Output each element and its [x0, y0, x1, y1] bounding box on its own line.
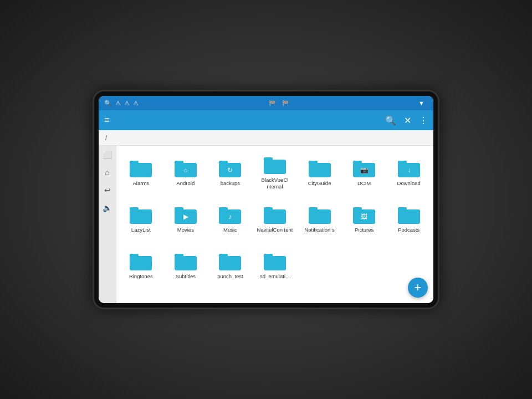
svg-text:▶: ▶ [183, 213, 188, 221]
status-flag-icon: 🏁 [269, 100, 275, 106]
folder-icon [263, 252, 287, 272]
svg-rect-1 [130, 163, 152, 177]
wifi-icon: ▼ [418, 100, 424, 106]
file-grid: Alarms⌂Android↻backupsBlackVueCl nternal… [116, 146, 433, 303]
screen: 🔍 ⚠ ⚠ ⚠ 🏁 🏁 ▼ ≡ [99, 96, 433, 303]
folder-icon [129, 158, 153, 178]
folder-label: Android [176, 180, 195, 186]
breadcrumb-slash: / [105, 134, 107, 142]
sidebar: ⬜ ⌂ ↩ 🔈 [99, 146, 116, 303]
folder-item[interactable]: Alarms [120, 150, 162, 195]
svg-rect-11 [309, 163, 331, 177]
folder-item[interactable]: NavitelCon tent [254, 197, 296, 241]
folder-item[interactable]: ↻backups [209, 150, 252, 195]
svg-text:📷: 📷 [360, 166, 369, 174]
folder-label: Download [397, 180, 421, 186]
folder-label: NavitelCon tent [257, 227, 293, 233]
folder-icon: ⌂ [173, 158, 198, 178]
svg-rect-38 [175, 256, 197, 270]
back-icon[interactable]: ↩ [104, 186, 111, 195]
folder-icon [263, 205, 287, 225]
folder-item[interactable]: ⌂Android [165, 150, 207, 195]
main-area: ⬜ ⌂ ↩ 🔈 Alarms⌂Android↻backupsBlackVueCl… [99, 146, 433, 303]
volume-icon[interactable]: 🔈 [103, 203, 112, 212]
folder-label: Music [223, 227, 237, 233]
folder-item[interactable]: CityGuide [298, 150, 341, 195]
folder-icon: 📷 [352, 158, 376, 178]
search-button-icon[interactable]: 🔍 [385, 115, 396, 126]
folder-label: sd_emulati... [260, 273, 290, 279]
folder-icon: ♪ [218, 205, 242, 225]
folder-item[interactable]: Podcasts [387, 197, 430, 241]
svg-rect-9 [264, 160, 286, 174]
more-options-icon[interactable]: ⋮ [419, 115, 428, 126]
folder-label: punch_test [217, 273, 243, 279]
folder-item[interactable]: 🖼Pictures [343, 197, 386, 241]
svg-rect-36 [130, 256, 152, 270]
status-right: ▼ [418, 100, 428, 106]
folder-label: LazyList [131, 227, 151, 233]
hamburger-menu-icon[interactable]: ≡ [104, 115, 109, 125]
svg-rect-34 [398, 209, 420, 224]
folder-label: Podcasts [398, 227, 420, 233]
folder-label: Ringtones [129, 273, 153, 279]
folder-item[interactable]: punch_test [209, 243, 252, 288]
title-bar-right: 🔍 ✕ ⋮ [385, 115, 428, 126]
fab-add-button[interactable]: + [408, 278, 428, 298]
folder-label: CityGuide [308, 180, 331, 186]
folder-icon [308, 158, 332, 178]
svg-rect-27 [264, 209, 286, 224]
folder-item[interactable]: ▶Movies [165, 197, 207, 241]
folder-label: BlackVueCl nternal [255, 177, 295, 190]
status-bar: 🔍 ⚠ ⚠ ⚠ 🏁 🏁 ▼ [99, 96, 433, 110]
svg-rect-42 [264, 256, 286, 270]
folder-icon [397, 205, 421, 225]
warning-icon-2: ⚠ [124, 100, 130, 107]
home-icon[interactable]: ⌂ [105, 168, 109, 177]
warning-icon-1: ⚠ [115, 100, 121, 107]
folder-label: backups [221, 180, 240, 186]
folder-icon [308, 205, 332, 225]
svg-text:⌂: ⌂ [183, 166, 187, 174]
status-icons: 🔍 ⚠ ⚠ ⚠ [104, 100, 139, 107]
folder-label: DCIM [357, 180, 371, 186]
folder-icon: ↓ [397, 158, 421, 178]
folder-item[interactable]: 📷DCIM [343, 150, 386, 195]
breadcrumb: / [99, 130, 433, 146]
folder-label: Notification s [304, 227, 334, 233]
folder-item[interactable]: ♪Music [209, 197, 252, 241]
folder-icon [218, 252, 242, 272]
warning-icon-3: ⚠ [133, 100, 139, 107]
folder-icon [129, 205, 153, 225]
folder-icon: ↻ [218, 158, 242, 178]
search-status-icon: 🔍 [104, 100, 112, 107]
svg-text:↻: ↻ [227, 166, 233, 174]
svg-rect-19 [130, 209, 152, 224]
folder-item[interactable]: Notification s [298, 197, 341, 241]
title-bar-left: ≡ [104, 115, 114, 125]
status-center: 🏁 🏁 [269, 100, 289, 106]
tablet-icon[interactable]: ⬜ [103, 150, 112, 159]
folder-icon [173, 252, 198, 272]
folder-item[interactable]: Ringtones [120, 243, 162, 288]
folder-icon [263, 155, 287, 175]
folder-label: Movies [177, 227, 194, 233]
folder-item[interactable]: BlackVueCl nternal [254, 150, 296, 195]
close-button-icon[interactable]: ✕ [404, 115, 411, 126]
folder-label: Subtitles [176, 273, 196, 279]
svg-text:♪: ♪ [228, 213, 232, 221]
svg-rect-40 [219, 256, 241, 270]
svg-rect-29 [309, 209, 331, 224]
folder-label: Pictures [355, 227, 374, 233]
title-bar: ≡ 🔍 ✕ ⋮ [99, 110, 433, 130]
folder-item[interactable]: Subtitles [165, 243, 207, 288]
folder-label: Alarms [133, 180, 150, 186]
folder-icon: ▶ [173, 205, 198, 225]
car-frame: 🔍 ⚠ ⚠ ⚠ 🏁 🏁 ▼ ≡ [0, 0, 532, 399]
folder-item[interactable]: LazyList [120, 197, 162, 241]
folder-item[interactable]: sd_emulati... [254, 243, 296, 288]
bezel: 🔍 ⚠ ⚠ ⚠ 🏁 🏁 ▼ ≡ [94, 91, 438, 308]
folder-icon [129, 252, 153, 272]
folder-item[interactable]: ↓Download [387, 150, 430, 195]
svg-text:↓: ↓ [407, 166, 411, 174]
